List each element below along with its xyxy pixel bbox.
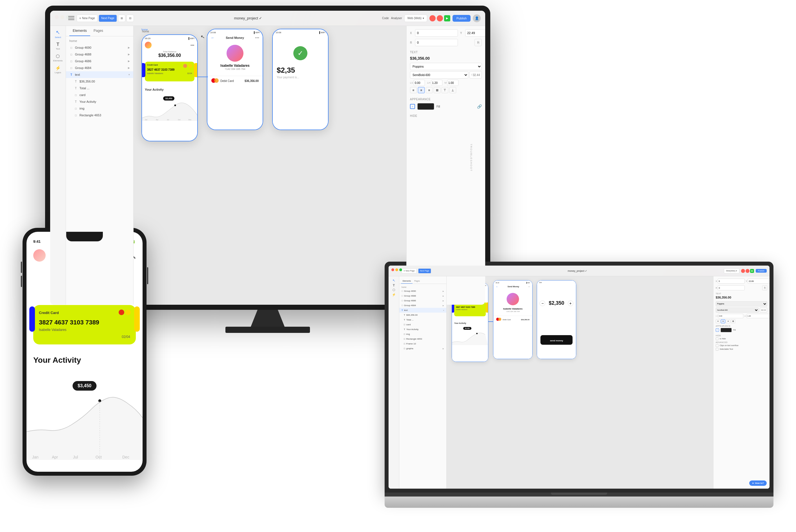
copy-icon[interactable]: ⎘ [475,39,482,46]
web-selector[interactable]: Web (Web) ▾ [404,15,427,22]
panel-item-total[interactable]: T Total ... [66,85,133,92]
how-to-btn[interactable]: ► How to? [749,480,767,486]
panel-item-group4690[interactable]: □ Group 4690 ▶ [66,44,133,51]
laptop-sidebar-logic[interactable]: ⚡ [392,293,396,297]
y-input[interactable] [465,29,485,37]
laptop-item-rect[interactable]: □ Rectangle 4653 [399,337,446,341]
laptop-item-text[interactable]: T text ▾ [399,308,446,312]
laptop-sidebar-elements[interactable]: ⬡ [392,288,395,292]
laptop-tl-green[interactable] [399,268,402,271]
tab-pages[interactable]: Pages [90,26,107,36]
user-avatar[interactable]: 👤 [473,14,481,22]
laptop-align-center[interactable]: ≡ [721,319,725,323]
laptop-web-selector[interactable]: Web(Web)▾ [724,268,739,273]
laptop-next-page-btn[interactable]: Next Page [418,268,431,273]
laptop-lh-input[interactable] [747,314,770,318]
panel-item-rect[interactable]: □ Rectangle 4653 [66,112,133,118]
tab-elements[interactable]: Elements [69,26,90,36]
panel-item-group4686[interactable]: □ Group 4686 ▶ [66,58,133,64]
laptop-ls-input[interactable] [718,314,743,318]
laptop-back-arrow[interactable]: ← [496,285,498,288]
laptop-font-weight[interactable]: SemiBold-600 [716,307,759,312]
laptop-clips-checkbox[interactable] [716,344,719,347]
sidebar-item-text[interactable]: T Text [56,42,60,50]
laptop-x-input[interactable] [718,279,745,284]
analyser-btn[interactable]: Analyser [391,17,402,20]
laptop-send-btn[interactable]: send money [540,335,573,345]
laptop-item-card[interactable]: □ card [399,322,446,327]
align-right-btn[interactable]: ≡ [426,87,432,93]
panel-item-text[interactable]: T text ▾ [66,71,133,78]
color-swatch[interactable] [417,103,434,110]
text-top-btn[interactable]: ⊤ [442,87,448,93]
laptop-color-swatch[interactable] [721,328,732,332]
laptop-font-select[interactable]: Poppins [716,301,767,306]
panel-item-img[interactable]: □ img [66,105,133,112]
laptop-item-img[interactable]: □ img [399,332,446,337]
panel-item-activity[interactable]: T Your Activity [66,98,133,105]
play-btn[interactable]: ▶ [444,15,450,21]
laptop-selectable-checkbox[interactable] [716,348,719,350]
back-arrow[interactable]: ← [211,36,215,40]
laptop-align-left[interactable]: ≡ [716,319,720,323]
ls-input[interactable] [414,80,425,86]
laptop-mic-btn[interactable] [745,269,749,273]
laptop-publish-btn[interactable]: Publish [756,269,767,273]
laptop-item-activity[interactable]: T Your Activity [399,327,446,332]
r-input[interactable] [415,39,458,46]
laptop-tl-yellow[interactable] [395,268,398,271]
laptop-new-page-btn[interactable]: + New Page [402,268,417,273]
laptop-item-group4690[interactable]: □ Group 4690 ▶ [399,289,446,293]
panel-item-group4684[interactable]: □ Group 4684 ▶ [66,64,133,71]
lh-input[interactable] [431,80,442,86]
laptop-is-hide-checkbox[interactable] [716,337,719,340]
laptop-sidebar-text[interactable]: T [393,284,395,287]
publish-btn[interactable]: Publish [452,15,470,22]
laptop-tab-elements[interactable]: Elements [401,279,412,284]
align-center-btn[interactable]: ≡ [418,87,425,93]
laptop-plus-btn[interactable]: + [568,301,573,306]
laptop-justify[interactable]: ⊞ [731,319,736,323]
laptop-y-input[interactable] [747,279,770,284]
volume-up-btn[interactable] [21,262,22,273]
laptop-minus-btn[interactable]: − [540,301,545,306]
font-weight-select[interactable]: SemiBold-600 [410,71,468,79]
volume-down-btn[interactable] [21,276,22,287]
justify-btn[interactable]: ⊞ [434,87,440,93]
laptop-play-btn[interactable]: ▶ [750,269,754,273]
laptop-r-input[interactable] [718,285,745,290]
text-bottom-btn[interactable]: ⊥ [449,87,456,93]
toolbar-icon-btn2[interactable]: ⊟ [127,15,134,22]
sidebar-item-logic[interactable]: ⚡ Logics [55,65,61,74]
m-input[interactable] [447,80,459,86]
laptop-item-group4686[interactable]: □ Group 4686 ▶ [399,298,446,303]
laptop-item-balance[interactable]: T $36,356.00 [399,312,446,317]
laptop-sidebar-cursor[interactable]: ↖ [392,279,395,283]
laptop-cam-btn[interactable] [741,269,745,273]
laptop-align-right[interactable]: ≡ [726,319,730,323]
sidebar-item-elements[interactable]: ⬡ Elements [53,54,62,62]
menu-dots[interactable]: ••• [190,44,195,47]
laptop-item-group4684[interactable]: □ Group 4684 ▶ [399,303,446,308]
panel-item-balance[interactable]: T $36,356.00 [66,78,133,85]
laptop-item-group4688[interactable]: □ Group 4688 ▶ [399,293,446,298]
sidebar-item-cursor[interactable]: ↖ Select [55,29,61,39]
laptop-tl-red[interactable] [391,268,394,271]
panel-item-card[interactable]: □ card [66,92,133,98]
align-left-btn[interactable]: ≡ [410,87,417,93]
next-page-btn[interactable]: Next Page [99,15,117,22]
laptop-copy-icon[interactable]: ⎘ [762,285,767,290]
panel-item-group4688[interactable]: □ Group 4688 ▶ [66,51,133,58]
new-page-btn[interactable]: + New Page [77,15,97,22]
font-select[interactable]: Poppins [410,63,482,70]
power-btn[interactable] [147,267,148,284]
laptop-item-total[interactable]: T Total ... [399,317,446,322]
laptop-item-grapha[interactable]: □ grapha ▶ [399,346,446,351]
fill-checkbox[interactable]: ✓ [410,104,415,109]
hamburger-menu[interactable] [68,16,74,21]
laptop-tab-pages[interactable]: Pages [412,279,422,284]
link-icon[interactable]: 🔗 [477,104,482,109]
laptop-item-frame[interactable]: □ Frame 10 [399,341,446,346]
x-input[interactable] [415,29,458,37]
laptop-fill-checkbox[interactable]: ✓ [716,328,719,332]
